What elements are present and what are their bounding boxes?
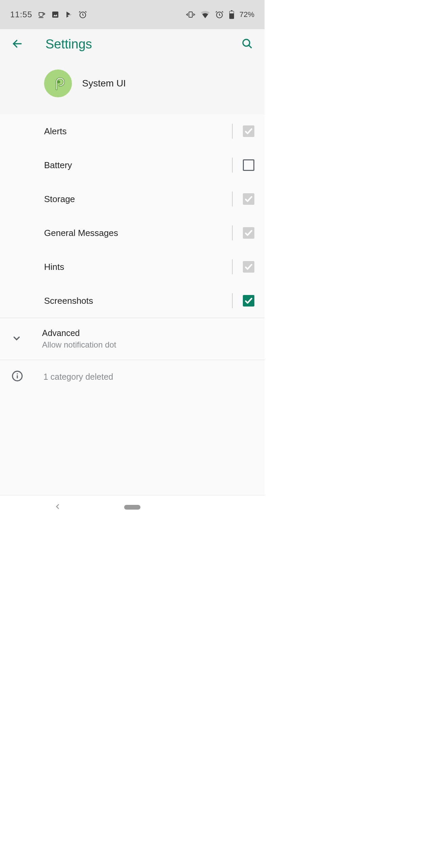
category-label: Alerts: [44, 126, 222, 137]
app-info: System UI: [0, 59, 265, 114]
divider: [232, 259, 233, 274]
category-row[interactable]: Screenshots: [0, 284, 265, 318]
divider: [232, 293, 233, 308]
category-label: Screenshots: [44, 296, 222, 306]
battery-percent: 72%: [239, 10, 254, 19]
category-checkbox[interactable]: [243, 227, 254, 239]
svg-rect-13: [230, 12, 234, 14]
category-row[interactable]: Alerts: [0, 114, 265, 148]
svg-rect-1: [52, 12, 58, 18]
divider: [232, 124, 233, 139]
play-store-icon: [65, 11, 73, 19]
svg-line-16: [249, 45, 252, 48]
advanced-subtitle: Allow notification dot: [42, 340, 116, 350]
category-label: Battery: [44, 160, 222, 171]
battery-icon: [229, 10, 234, 19]
nav-back-button[interactable]: [54, 503, 61, 511]
back-button[interactable]: [9, 36, 25, 53]
divider: [232, 158, 233, 173]
nav-home-pill[interactable]: [124, 505, 140, 510]
search-icon: [241, 38, 253, 50]
svg-point-15: [243, 39, 250, 46]
category-label: Storage: [44, 194, 222, 204]
divider: [232, 225, 233, 240]
category-checkbox[interactable]: [243, 125, 254, 137]
category-row[interactable]: Hints: [0, 250, 265, 284]
wifi-icon: [201, 11, 210, 18]
category-row[interactable]: Storage: [0, 182, 265, 216]
category-checkbox[interactable]: [243, 193, 254, 205]
info-text: 1 category deleted: [43, 372, 113, 382]
alarm-icon: [78, 10, 87, 19]
advanced-title: Advanced: [42, 328, 116, 338]
search-button[interactable]: [239, 36, 255, 53]
deleted-category-info: 1 category deleted: [0, 360, 265, 393]
status-clock: 11:55: [10, 10, 32, 19]
cup-icon: [38, 11, 46, 19]
chevron-left-icon: [54, 503, 61, 510]
notification-category-list: AlertsBatteryStorageGeneral MessagesHint…: [0, 114, 265, 318]
advanced-row[interactable]: Advanced Allow notification dot: [0, 318, 265, 360]
category-label: General Messages: [44, 228, 222, 238]
svg-rect-5: [189, 12, 192, 17]
navigation-bar: [0, 495, 265, 519]
category-checkbox[interactable]: [243, 295, 254, 307]
divider: [232, 192, 233, 206]
info-icon: [12, 370, 23, 383]
category-row[interactable]: General Messages: [0, 216, 265, 250]
alarm-set-icon: [215, 10, 224, 19]
category-checkbox[interactable]: [243, 261, 254, 273]
image-icon: [51, 11, 59, 19]
status-bar: 11:55: [0, 0, 265, 29]
category-row[interactable]: Battery: [0, 148, 265, 182]
app-badge-icon: [44, 70, 72, 97]
svg-point-18: [57, 80, 60, 83]
svg-rect-12: [231, 10, 233, 12]
category-checkbox[interactable]: [243, 159, 254, 171]
svg-point-21: [17, 373, 18, 374]
category-label: Hints: [44, 262, 222, 272]
app-name: System UI: [82, 78, 126, 89]
chevron-down-icon: [12, 333, 22, 345]
page-title: Settings: [45, 37, 219, 52]
vibrate-icon: [186, 11, 195, 19]
arrow-left-icon: [12, 38, 23, 50]
